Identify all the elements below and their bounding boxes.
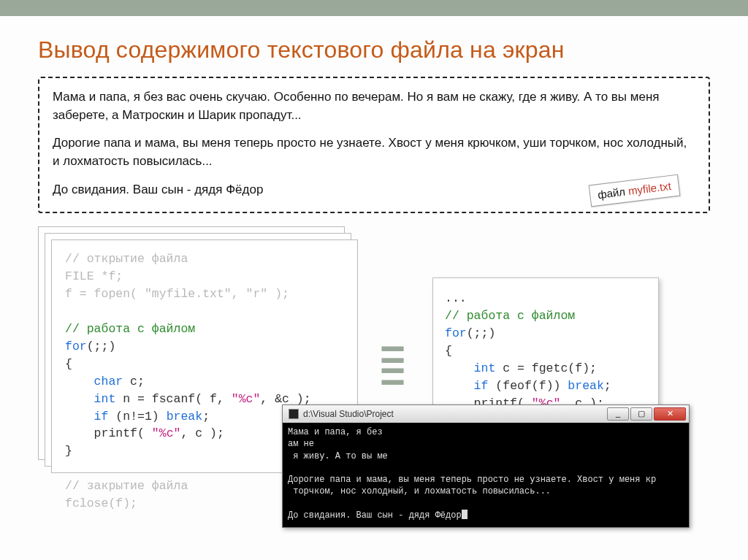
minimize-button[interactable]: _ <box>607 407 629 421</box>
file-para-2: Дорогие папа и мама, вы меня теперь прос… <box>53 134 695 170</box>
equals-icon: == <box>380 343 404 387</box>
close-button[interactable]: ✕ <box>654 407 686 421</box>
maximize-button[interactable]: ▢ <box>630 407 652 421</box>
slide-title: Вывод содержимого текстового файла на эк… <box>38 37 710 64</box>
console-title: d:\Visual Studio\Project <box>303 409 607 419</box>
presentation-topbar <box>0 0 748 16</box>
file-para-1: Мама и папа, я без вас очень скучаю. Осо… <box>53 88 695 124</box>
console-app-icon <box>289 409 299 419</box>
console-titlebar[interactable]: d:\Visual Studio\Project _ ▢ ✕ <box>283 405 689 423</box>
file-content-box: Мама и папа, я без вас очень скучаю. Осо… <box>38 77 710 213</box>
file-label: файл <box>597 185 629 202</box>
slide: Вывод содержимого текстового файла на эк… <box>0 16 748 560</box>
console-body: Мама и папа, я без ам не я живу. А то вы… <box>283 423 689 527</box>
file-name: myfile.txt <box>627 180 672 197</box>
code-area: // открытие файла FILE *f; f = fopen( "m… <box>38 226 710 511</box>
file-name-tag: файл myfile.txt <box>588 174 680 207</box>
cursor-icon <box>462 510 468 519</box>
console-window: d:\Visual Studio\Project _ ▢ ✕ Мама и па… <box>282 404 690 528</box>
